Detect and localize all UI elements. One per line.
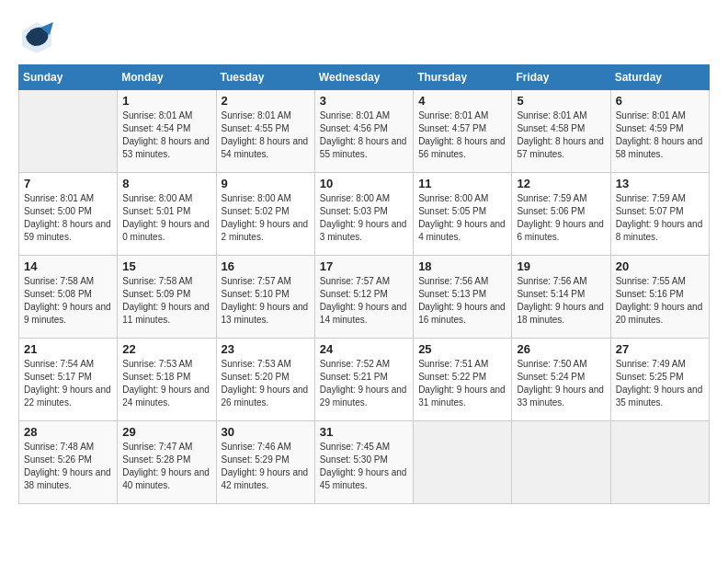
day-info: Sunrise: 7:59 AMSunset: 5:07 PMDaylight:… — [616, 192, 704, 244]
day-number: 28 — [24, 425, 112, 439]
calendar-cell: 29Sunrise: 7:47 AMSunset: 5:28 PMDayligh… — [118, 421, 216, 504]
day-number: 19 — [517, 259, 605, 273]
day-number: 31 — [320, 425, 408, 439]
day-number: 1 — [122, 94, 210, 108]
calendar-cell: 23Sunrise: 7:53 AMSunset: 5:20 PMDayligh… — [216, 339, 314, 421]
day-info: Sunrise: 7:48 AMSunset: 5:26 PMDaylight:… — [24, 441, 112, 492]
day-number: 21 — [24, 342, 112, 356]
day-number: 22 — [122, 342, 210, 356]
weekday-header: Tuesday — [216, 65, 314, 90]
day-info: Sunrise: 8:01 AMSunset: 4:54 PMDaylight:… — [122, 109, 210, 161]
day-number: 12 — [517, 177, 605, 190]
day-number: 3 — [320, 94, 408, 108]
calendar-week-row: 1Sunrise: 8:01 AMSunset: 4:54 PMDaylight… — [19, 90, 710, 173]
weekday-header: Wednesday — [314, 65, 413, 90]
logo — [18, 18, 59, 55]
day-number: 20 — [616, 259, 704, 273]
day-info: Sunrise: 7:45 AMSunset: 5:30 PMDaylight:… — [320, 441, 408, 492]
calendar-cell: 10Sunrise: 8:00 AMSunset: 5:03 PMDayligh… — [314, 173, 413, 256]
calendar-cell: 24Sunrise: 7:52 AMSunset: 5:21 PMDayligh… — [314, 339, 413, 421]
day-info: Sunrise: 8:01 AMSunset: 4:58 PMDaylight:… — [517, 109, 605, 161]
calendar-week-row: 7Sunrise: 8:01 AMSunset: 5:00 PMDaylight… — [19, 173, 710, 256]
weekday-header: Friday — [512, 65, 610, 90]
page-header — [18, 18, 710, 55]
day-info: Sunrise: 7:47 AMSunset: 5:28 PMDaylight:… — [122, 441, 210, 492]
calendar-cell: 22Sunrise: 7:53 AMSunset: 5:18 PMDayligh… — [118, 339, 216, 421]
day-info: Sunrise: 7:49 AMSunset: 5:25 PMDaylight:… — [616, 358, 704, 409]
day-info: Sunrise: 8:00 AMSunset: 5:02 PMDaylight:… — [222, 192, 310, 244]
calendar-cell: 4Sunrise: 8:01 AMSunset: 4:57 PMDaylight… — [414, 90, 512, 173]
logo-icon — [18, 18, 55, 55]
calendar-cell: 2Sunrise: 8:01 AMSunset: 4:55 PMDaylight… — [216, 90, 314, 173]
day-number: 14 — [24, 259, 112, 273]
calendar-cell — [610, 421, 709, 504]
day-info: Sunrise: 8:00 AMSunset: 5:03 PMDaylight:… — [320, 192, 408, 244]
calendar-cell: 13Sunrise: 7:59 AMSunset: 5:07 PMDayligh… — [610, 173, 709, 256]
calendar-cell: 12Sunrise: 7:59 AMSunset: 5:06 PMDayligh… — [512, 173, 610, 256]
day-info: Sunrise: 7:59 AMSunset: 5:06 PMDaylight:… — [517, 192, 605, 244]
day-info: Sunrise: 7:46 AMSunset: 5:29 PMDaylight:… — [222, 441, 310, 492]
day-info: Sunrise: 7:58 AMSunset: 5:09 PMDaylight:… — [122, 275, 210, 327]
calendar-cell: 30Sunrise: 7:46 AMSunset: 5:29 PMDayligh… — [216, 421, 314, 504]
day-info: Sunrise: 7:54 AMSunset: 5:17 PMDaylight:… — [24, 358, 112, 409]
weekday-header: Monday — [118, 65, 216, 90]
calendar-cell: 27Sunrise: 7:49 AMSunset: 5:25 PMDayligh… — [610, 339, 709, 421]
day-number: 6 — [616, 94, 704, 108]
day-number: 25 — [418, 342, 506, 356]
day-info: Sunrise: 7:57 AMSunset: 5:12 PMDaylight:… — [320, 275, 408, 327]
day-number: 26 — [517, 342, 605, 356]
day-number: 2 — [222, 94, 310, 108]
day-info: Sunrise: 7:55 AMSunset: 5:16 PMDaylight:… — [616, 275, 704, 327]
day-info: Sunrise: 7:50 AMSunset: 5:24 PMDaylight:… — [517, 358, 605, 409]
calendar-cell: 28Sunrise: 7:48 AMSunset: 5:26 PMDayligh… — [19, 421, 118, 504]
day-info: Sunrise: 8:01 AMSunset: 4:59 PMDaylight:… — [616, 109, 704, 161]
calendar-cell: 15Sunrise: 7:58 AMSunset: 5:09 PMDayligh… — [118, 256, 216, 339]
day-number: 7 — [24, 177, 112, 190]
calendar-cell: 20Sunrise: 7:55 AMSunset: 5:16 PMDayligh… — [610, 256, 709, 339]
day-info: Sunrise: 7:57 AMSunset: 5:10 PMDaylight:… — [222, 275, 310, 327]
calendar-cell: 11Sunrise: 8:00 AMSunset: 5:05 PMDayligh… — [414, 173, 512, 256]
calendar-cell: 16Sunrise: 7:57 AMSunset: 5:10 PMDayligh… — [216, 256, 314, 339]
calendar-cell: 7Sunrise: 8:01 AMSunset: 5:00 PMDaylight… — [19, 173, 118, 256]
calendar-cell: 1Sunrise: 8:01 AMSunset: 4:54 PMDaylight… — [118, 90, 216, 173]
weekday-header: Saturday — [610, 65, 709, 90]
calendar-cell: 19Sunrise: 7:56 AMSunset: 5:14 PMDayligh… — [512, 256, 610, 339]
calendar-week-row: 14Sunrise: 7:58 AMSunset: 5:08 PMDayligh… — [19, 256, 710, 339]
day-number: 23 — [222, 342, 310, 356]
day-number: 29 — [122, 425, 210, 439]
day-info: Sunrise: 7:58 AMSunset: 5:08 PMDaylight:… — [24, 275, 112, 327]
day-info: Sunrise: 7:56 AMSunset: 5:13 PMDaylight:… — [418, 275, 506, 327]
day-number: 9 — [222, 177, 310, 190]
day-number: 11 — [418, 177, 506, 190]
day-info: Sunrise: 8:00 AMSunset: 5:05 PMDaylight:… — [418, 192, 506, 244]
day-number: 27 — [616, 342, 704, 356]
calendar-cell: 3Sunrise: 8:01 AMSunset: 4:56 PMDaylight… — [314, 90, 413, 173]
day-number: 17 — [320, 259, 408, 273]
day-number: 24 — [320, 342, 408, 356]
day-number: 4 — [418, 94, 506, 108]
calendar-cell: 14Sunrise: 7:58 AMSunset: 5:08 PMDayligh… — [19, 256, 118, 339]
calendar-week-row: 28Sunrise: 7:48 AMSunset: 5:26 PMDayligh… — [19, 421, 710, 504]
day-number: 18 — [418, 259, 506, 273]
calendar-cell — [512, 421, 610, 504]
day-info: Sunrise: 7:51 AMSunset: 5:22 PMDaylight:… — [418, 358, 506, 409]
calendar-cell: 26Sunrise: 7:50 AMSunset: 5:24 PMDayligh… — [512, 339, 610, 421]
day-number: 10 — [320, 177, 408, 190]
day-info: Sunrise: 8:01 AMSunset: 4:56 PMDaylight:… — [320, 109, 408, 161]
day-number: 15 — [122, 259, 210, 273]
day-number: 5 — [517, 94, 605, 108]
calendar-cell: 18Sunrise: 7:56 AMSunset: 5:13 PMDayligh… — [414, 256, 512, 339]
day-info: Sunrise: 7:56 AMSunset: 5:14 PMDaylight:… — [517, 275, 605, 327]
calendar-cell: 17Sunrise: 7:57 AMSunset: 5:12 PMDayligh… — [314, 256, 413, 339]
day-info: Sunrise: 8:00 AMSunset: 5:01 PMDaylight:… — [122, 192, 210, 244]
day-info: Sunrise: 7:53 AMSunset: 5:18 PMDaylight:… — [122, 358, 210, 409]
weekday-header: Sunday — [19, 65, 118, 90]
day-info: Sunrise: 7:52 AMSunset: 5:21 PMDaylight:… — [320, 358, 408, 409]
day-number: 16 — [222, 259, 310, 273]
day-number: 13 — [616, 177, 704, 190]
calendar-cell — [19, 90, 118, 173]
calendar-cell: 5Sunrise: 8:01 AMSunset: 4:58 PMDaylight… — [512, 90, 610, 173]
calendar-cell: 8Sunrise: 8:00 AMSunset: 5:01 PMDaylight… — [118, 173, 216, 256]
day-info: Sunrise: 8:01 AMSunset: 4:55 PMDaylight:… — [222, 109, 310, 161]
calendar-cell: 6Sunrise: 8:01 AMSunset: 4:59 PMDaylight… — [610, 90, 709, 173]
